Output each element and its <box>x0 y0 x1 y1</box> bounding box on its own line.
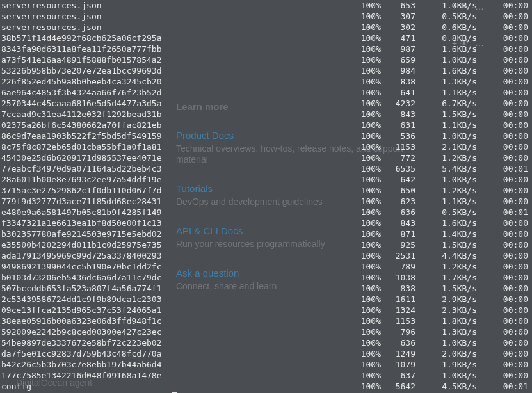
col-time: 00:00 <box>477 359 532 370</box>
transfer-row: 226f852ed45b9a8b0beeb4ca3245cb20100%8381… <box>0 76 532 87</box>
col-pct: 100% <box>350 326 381 337</box>
col-pct: 100% <box>350 22 381 33</box>
col-pct: 100% <box>350 305 381 316</box>
col-name: 8343fa90d6311a8fea11f2650a777fbb <box>0 44 171 54</box>
transfer-row: b302357780afe9214503e9715e5ebd02100%8711… <box>0 229 532 239</box>
col-name: b42c26c5b3b703c7e8ebb197b44ab6d4 <box>0 359 171 370</box>
col-size: 636 <box>381 207 415 218</box>
col-time: 00:00 <box>477 87 532 98</box>
col-time: 00:00 <box>477 65 532 76</box>
col-name: 28a6011b00e8e7693c2ee97a54ddf19e <box>0 174 171 185</box>
col-size: 631 <box>381 120 415 131</box>
col-time: 00:00 <box>477 370 532 381</box>
transfer-row: ada17913495969c99d725a3378400293100%2531… <box>0 250 532 261</box>
col-pct: 100% <box>350 283 381 294</box>
col-size: 871 <box>381 229 415 239</box>
col-size: 1153 <box>381 141 415 152</box>
col-name: 09ce13ffca2135d965c37c53f24065a1 <box>0 305 171 316</box>
col-rate: 1.1KB/s <box>415 120 477 131</box>
col-rate: 1.3KB/s <box>415 326 477 337</box>
col-size: 796 <box>381 326 415 337</box>
col-rate: 0.5KB/s <box>415 207 477 218</box>
transfer-row: 28a6011b00e8e7693c2ee97a54ddf19e100%6421… <box>0 174 532 185</box>
col-name: 177c7585e1342216d048f09168a1478e <box>0 370 171 381</box>
col-size: 642 <box>381 174 415 185</box>
transfer-row: 7ccaad9c31ea4112e032f1292bead31b100%8431… <box>0 109 532 120</box>
col-time: 00:00 <box>477 348 532 359</box>
transfer-row: 38b571f14d4e992f68cb625a06cf295a100%4710… <box>0 33 532 44</box>
col-rate: 1.0KB/s <box>415 0 477 11</box>
col-rate: 6.7KB/s <box>415 98 477 109</box>
col-rate: 1.0KB/s <box>415 131 477 141</box>
col-size: 843 <box>381 109 415 120</box>
col-name: 592009e2242b9c8ced00300e427c23ec <box>0 326 171 337</box>
col-pct: 100% <box>350 141 381 152</box>
col-name: 38eae05916b00a6323e06d3ffd948f1c <box>0 316 171 326</box>
col-size: 789 <box>381 261 415 272</box>
col-rate: 1.3KB/s <box>415 76 477 87</box>
col-size: 838 <box>381 76 415 87</box>
transfer-row: a73f541e16aa4891f5888fb0157854a2100%6591… <box>0 54 532 65</box>
transfer-row: 02375a26bf6c54380662a70ffac821eb100%6311… <box>0 120 532 131</box>
col-time: 00:00 <box>477 22 532 33</box>
transfer-row: 45430e25d6b6209171d985537ee4071e100%7721… <box>0 152 532 163</box>
transfer-row: 592009e2242b9c8ced00300e427c23ec100%7961… <box>0 326 532 337</box>
col-pct: 100% <box>350 196 381 207</box>
col-pct: 100% <box>350 337 381 348</box>
col-pct: 100% <box>350 33 381 44</box>
col-rate: 1.6KB/s <box>415 44 477 54</box>
col-size: 636 <box>381 337 415 348</box>
col-rate: 4.5KB/s <box>415 381 477 392</box>
col-name: a73f541e16aa4891f5888fb0157854a2 <box>0 54 171 65</box>
col-time: 00:00 <box>477 109 532 120</box>
col-rate: 5.4KB/s <box>415 163 477 174</box>
col-pct: 100% <box>350 174 381 185</box>
col-size: 471 <box>381 33 415 44</box>
col-rate: 1.2KB/s <box>415 152 477 163</box>
col-pct: 100% <box>350 250 381 261</box>
col-pct: 100% <box>350 131 381 141</box>
col-time: 00:00 <box>477 152 532 163</box>
transfer-row: b0103d73206eb5436dc6a6d7a11c79dc100%1038… <box>0 272 532 283</box>
transfer-row: 177c7585e1342216d048f09168a1478e100%6371… <box>0 370 532 381</box>
col-time: 00:00 <box>477 141 532 152</box>
col-rate: 1.7KB/s <box>415 272 477 283</box>
col-size: 2531 <box>381 250 415 261</box>
col-pct: 100% <box>350 261 381 272</box>
col-size: 623 <box>381 196 415 207</box>
col-name: 6ae964c4853f3b4324aa66f76f23b52d <box>0 87 171 98</box>
col-time: 00:00 <box>477 11 532 22</box>
col-pct: 100% <box>350 76 381 87</box>
col-time: 00:00 <box>477 261 532 272</box>
col-pct: 100% <box>350 381 381 392</box>
col-rate: 1.5KB/s <box>415 109 477 120</box>
col-name: config <box>0 381 171 392</box>
col-pct: 100% <box>350 218 381 229</box>
terminal-output[interactable]: serverresources.json100%6531.0KB/s00:00s… <box>0 0 532 393</box>
col-size: 1038 <box>381 272 415 283</box>
col-time: 00:00 <box>477 0 532 11</box>
col-time: 00:00 <box>477 283 532 294</box>
col-rate: 0.5KB/s <box>415 11 477 22</box>
col-size: 984 <box>381 65 415 76</box>
col-time: 00:00 <box>477 76 532 87</box>
col-size: 302 <box>381 22 415 33</box>
col-rate: 2.0KB/s <box>415 348 477 359</box>
transfer-row: 09ce13ffca2135d965c37c53f24065a1100%1324… <box>0 305 532 316</box>
col-name: 2570344c45caaa6816e5d5d4477a3d5a <box>0 98 171 109</box>
col-size: 5642 <box>381 381 415 392</box>
col-size: 843 <box>381 218 415 229</box>
col-rate: 1.1KB/s <box>415 87 477 98</box>
col-time: 00:00 <box>477 239 532 250</box>
col-size: 4232 <box>381 98 415 109</box>
col-pct: 100% <box>350 348 381 359</box>
col-time: 00:00 <box>477 131 532 141</box>
col-pct: 100% <box>350 316 381 326</box>
col-size: 650 <box>381 185 415 196</box>
col-pct: 100% <box>350 44 381 54</box>
col-name: b0103d73206eb5436dc6a6d7a11c79dc <box>0 272 171 283</box>
col-rate: 1.1KB/s <box>415 196 477 207</box>
transfer-row: serverresources.json100%6531.0KB/s00:00 <box>0 0 532 11</box>
col-name: ada17913495969c99d725a3378400293 <box>0 250 171 261</box>
transfer-row: 53226b958bb73e207e72ea1bcc99693d100%9841… <box>0 65 532 76</box>
